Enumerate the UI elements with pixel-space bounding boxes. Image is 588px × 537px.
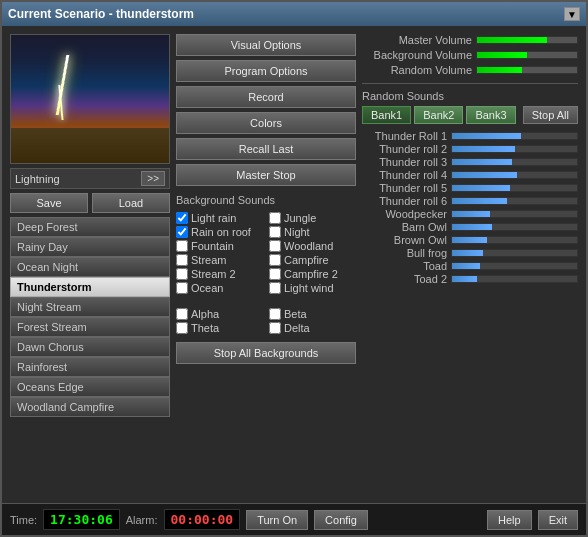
bg-sound-checkbox-campfire2[interactable]: [269, 268, 281, 280]
exit-button[interactable]: Exit: [538, 510, 578, 530]
scenario-list: Deep ForestRainy DayOcean NightThunderst…: [10, 217, 170, 417]
bg-sound-checkbox-woodland[interactable]: [269, 240, 281, 252]
bg-sound-checkbox-fountain[interactable]: [176, 240, 188, 252]
random-volume-fill: [477, 67, 522, 73]
sound-row-0: Thunder Roll 1: [362, 130, 578, 142]
sound-fill-3: [452, 172, 517, 178]
brainwave-checkbox-beta[interactable]: [269, 308, 281, 320]
brainwave-checkbox-delta[interactable]: [269, 322, 281, 334]
turn-on-button[interactable]: Turn On: [246, 510, 308, 530]
sound-fill-1: [452, 146, 515, 152]
bg-sound-label-light-rain: Light rain: [191, 212, 236, 224]
bg-sound-label-jungle: Jungle: [284, 212, 316, 224]
load-button[interactable]: Load: [92, 193, 170, 213]
bg-sound-item-stream2: Stream 2: [176, 268, 263, 280]
title-bar: Current Scenario - thunderstorm ▼: [2, 2, 586, 26]
minimize-button[interactable]: ▼: [564, 7, 580, 21]
bank2-button[interactable]: Bank2: [414, 106, 463, 124]
bank1-button[interactable]: Bank1: [362, 106, 411, 124]
sound-slider-6[interactable]: [451, 210, 578, 218]
random-volume-slider[interactable]: [476, 66, 578, 74]
scenario-btn-thunderstorm[interactable]: Thunderstorm: [10, 277, 170, 297]
bg-sound-item-fountain: Fountain: [176, 240, 263, 252]
sound-row-11: Toad 2: [362, 273, 578, 285]
sound-slider-4[interactable]: [451, 184, 578, 192]
bg-sound-checkbox-light-rain[interactable]: [176, 212, 188, 224]
bg-sound-label-fountain: Fountain: [191, 240, 234, 252]
brainwave-item-delta: Delta: [269, 322, 356, 334]
bg-sound-item-light-rain: Light rain: [176, 212, 263, 224]
sound-slider-8[interactable]: [451, 236, 578, 244]
scenario-btn-dawn-chorus[interactable]: Dawn Chorus: [10, 337, 170, 357]
brainwave-item-beta: Beta: [269, 308, 356, 320]
bg-sound-checkbox-ocean[interactable]: [176, 282, 188, 294]
scenario-btn-rainforest[interactable]: Rainforest: [10, 357, 170, 377]
sound-slider-9[interactable]: [451, 249, 578, 257]
background-volume-row: Background Volume: [362, 49, 578, 61]
bg-sound-checkbox-rain-on-roof[interactable]: [176, 226, 188, 238]
help-button[interactable]: Help: [487, 510, 532, 530]
save-button[interactable]: Save: [10, 193, 88, 213]
main-window: Current Scenario - thunderstorm ▼ Lightn…: [0, 0, 588, 537]
sound-slider-0[interactable]: [451, 132, 578, 140]
colors-button[interactable]: Colors: [176, 112, 356, 134]
scenario-btn-deep-forest[interactable]: Deep Forest: [10, 217, 170, 237]
sound-fill-6: [452, 211, 490, 217]
bg-sound-checkbox-stream[interactable]: [176, 254, 188, 266]
bg-sound-checkbox-jungle[interactable]: [269, 212, 281, 224]
program-options-button[interactable]: Program Options: [176, 60, 356, 82]
sound-slider-10[interactable]: [451, 262, 578, 270]
master-volume-slider[interactable]: [476, 36, 578, 44]
bg-sound-item-rain-on-roof: Rain on roof: [176, 226, 263, 238]
sound-label-6: Woodpecker: [362, 208, 447, 220]
brainwave-item-theta: Theta: [176, 322, 263, 334]
visual-options-button[interactable]: Visual Options: [176, 34, 356, 56]
scenario-btn-forest-stream[interactable]: Forest Stream: [10, 317, 170, 337]
master-stop-button[interactable]: Master Stop: [176, 164, 356, 186]
bg-sound-label-night: Night: [284, 226, 310, 238]
sound-slider-1[interactable]: [451, 145, 578, 153]
random-volume-label: Random Volume: [362, 64, 472, 76]
bg-sound-item-campfire2: Campfire 2: [269, 268, 356, 280]
sound-rows: Thunder Roll 1Thunder roll 2Thunder roll…: [362, 130, 578, 286]
scenario-btn-oceans-edge[interactable]: Oceans Edge: [10, 377, 170, 397]
record-button[interactable]: Record: [176, 86, 356, 108]
bg-sound-label-light-wind: Light wind: [284, 282, 334, 294]
sound-row-8: Brown Owl: [362, 234, 578, 246]
brainwave-item-alpha: Alpha: [176, 308, 263, 320]
sound-slider-11[interactable]: [451, 275, 578, 283]
bg-sound-checkbox-night[interactable]: [269, 226, 281, 238]
stop-all-backgrounds-button[interactable]: Stop All Backgrounds: [176, 342, 356, 364]
scenario-btn-rainy-day[interactable]: Rainy Day: [10, 237, 170, 257]
sound-slider-7[interactable]: [451, 223, 578, 231]
scenario-btn-ocean-night[interactable]: Ocean Night: [10, 257, 170, 277]
recall-last-button[interactable]: Recall Last: [176, 138, 356, 160]
sound-row-2: Thunder roll 3: [362, 156, 578, 168]
brainwave-checkbox-theta[interactable]: [176, 322, 188, 334]
brainwave-checkbox-alpha[interactable]: [176, 308, 188, 320]
sound-fill-10: [452, 263, 480, 269]
sound-slider-2[interactable]: [451, 158, 578, 166]
bg-sound-checkbox-light-wind[interactable]: [269, 282, 281, 294]
random-stop-all-button[interactable]: Stop All: [523, 106, 578, 124]
scenario-btn-night-stream[interactable]: Night Stream: [10, 297, 170, 317]
config-button[interactable]: Config: [314, 510, 368, 530]
sound-fill-2: [452, 159, 512, 165]
sound-slider-5[interactable]: [451, 197, 578, 205]
alarm-label: Alarm:: [126, 514, 158, 526]
master-volume-row: Master Volume: [362, 34, 578, 46]
bg-sound-checkbox-campfire[interactable]: [269, 254, 281, 266]
sound-fill-0: [452, 133, 521, 139]
preview-label: Lightning: [15, 173, 60, 185]
bg-sounds-grid: Light rainJungleRain on roofNightFountai…: [176, 212, 356, 294]
window-title: Current Scenario - thunderstorm: [8, 7, 194, 21]
preview-next-button[interactable]: >>: [141, 171, 165, 186]
background-volume-slider[interactable]: [476, 51, 578, 59]
scenario-btn-woodland-campfire[interactable]: Woodland Campfire: [10, 397, 170, 417]
bank3-button[interactable]: Bank3: [466, 106, 515, 124]
sound-slider-3[interactable]: [451, 171, 578, 179]
section-divider-1: [362, 83, 578, 84]
bg-sound-checkbox-stream2[interactable]: [176, 268, 188, 280]
master-volume-fill: [477, 37, 547, 43]
sound-label-4: Thunder roll 5: [362, 182, 447, 194]
